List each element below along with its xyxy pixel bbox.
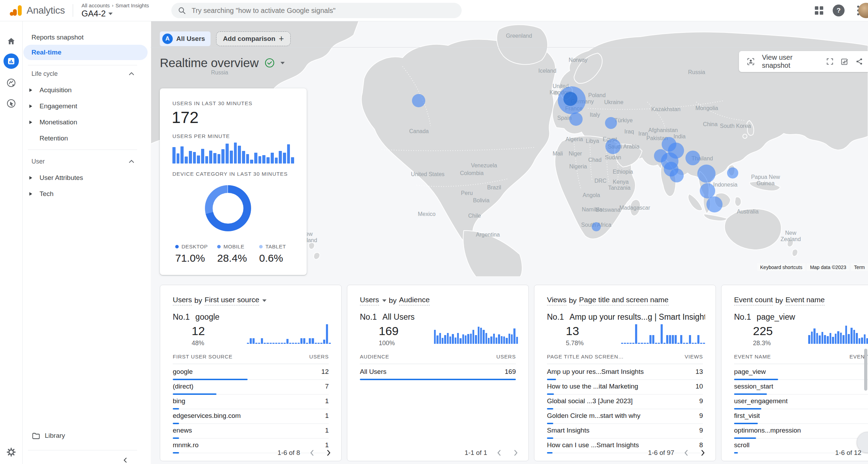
legend-label: DESKTOP: [182, 244, 208, 249]
account-selector-caret-icon[interactable]: [108, 13, 113, 15]
dimension-selector[interactable]: Event name: [785, 296, 825, 305]
help-icon: ?: [833, 5, 845, 16]
left-icon-rail: [0, 21, 23, 464]
expand-arrow-icon[interactable]: [29, 104, 32, 108]
dimension-selector[interactable]: First user source: [205, 296, 259, 305]
sidebar-item-engagement[interactable]: Engagement: [23, 99, 148, 114]
map-country-label: Russia: [211, 70, 228, 75]
chevron-left-icon: [683, 449, 690, 457]
breadcrumb-property[interactable]: Smart Insights: [115, 2, 149, 8]
nav-section-life-cycle[interactable]: Life cycle: [23, 67, 148, 81]
breadcrumb: All accounts › Smart Insights GA4-2: [81, 2, 149, 19]
row-name: page_view: [734, 368, 766, 376]
terms-link[interactable]: Term: [851, 263, 868, 271]
realtime-label: Real-time: [31, 49, 62, 56]
map-country-label: Tanzania: [608, 185, 631, 191]
segment-chip-all-users[interactable]: A All Users: [160, 31, 211, 46]
dimension-selector[interactable]: Page title and screen name: [579, 296, 669, 305]
map-user-bubble: [605, 117, 617, 129]
account-selector-label[interactable]: GA4-2: [81, 9, 106, 19]
pagination-next-button[interactable]: [699, 449, 706, 457]
pagination-count: 1-6 of 12: [835, 449, 861, 457]
column-metric-label: VIEWS: [685, 354, 703, 360]
keyboard-shortcuts-link[interactable]: Keyboard shortcuts: [757, 263, 806, 271]
report-caret-icon[interactable]: [280, 62, 285, 64]
table-header: PAGE TITLE AND SCREEN…VIEWS: [547, 354, 703, 364]
dimension-selector[interactable]: Event count: [734, 296, 773, 305]
analytics-logo[interactable]: Analytics: [9, 4, 65, 17]
sidebar-item-acquisition[interactable]: Acquisition: [23, 82, 148, 98]
view-user-snapshot-button[interactable]: View user snapshot: [762, 53, 810, 70]
collapse-sidebar-button[interactable]: [122, 457, 129, 463]
chevron-left-icon: [308, 449, 316, 457]
rail-settings-button[interactable]: [0, 444, 22, 461]
top-item-rank-label: No.1: [547, 312, 564, 321]
nav-section-user[interactable]: User: [23, 154, 148, 168]
page-title-row: Realtime overview: [160, 56, 285, 70]
column-dimension-label: PAGE TITLE AND SCREEN…: [547, 354, 624, 360]
chevron-down-icon[interactable]: [262, 299, 266, 302]
row-value: 9: [699, 427, 703, 434]
breadcrumb-separator-icon: ›: [112, 3, 113, 8]
breadcrumb-all-accounts[interactable]: All accounts: [81, 2, 110, 8]
map-country-label: Russia: [688, 69, 705, 75]
main-content: GreenlandIcelandRussiaRussiaNorwayUnited…: [151, 21, 868, 464]
expand-arrow-icon[interactable]: [29, 88, 32, 92]
nav-divider: [28, 150, 137, 150]
device-legend-desktop: DESKTOP71.0%: [175, 244, 216, 264]
map-country-label: Türkiye: [614, 117, 633, 123]
edit-chart-icon[interactable]: [841, 57, 848, 66]
dimension-selector[interactable]: Users: [360, 296, 379, 305]
sidebar-item-reports-snapshot[interactable]: Reports snapshot: [23, 30, 148, 45]
rail-explore-button[interactable]: [0, 74, 22, 91]
vertical-scrollbar[interactable]: [864, 349, 867, 391]
rail-home-button[interactable]: [0, 33, 22, 50]
sidebar-item-retention[interactable]: Retention: [23, 131, 148, 146]
pagination-prev-button: [683, 449, 690, 457]
help-button[interactable]: ?: [829, 1, 848, 20]
expand-arrow-icon[interactable]: [29, 176, 32, 180]
pagination-next-button: [512, 449, 519, 457]
map-user-bubble: [727, 167, 738, 179]
row-name: first_visit: [734, 412, 760, 420]
fullscreen-icon[interactable]: [826, 57, 834, 66]
row-name: enews: [173, 427, 192, 434]
map-country-label: Italy: [590, 112, 600, 118]
expand-arrow-icon[interactable]: [29, 121, 32, 124]
expand-arrow-icon[interactable]: [29, 192, 32, 196]
rail-advertising-button[interactable]: [0, 95, 22, 112]
nav-divider-bottom: [28, 450, 137, 450]
sidebar-item-monetisation[interactable]: Monetisation: [23, 115, 148, 130]
sidebar-item-user-attributes[interactable]: User Attributes: [23, 170, 148, 186]
dimension-selector[interactable]: Audience: [399, 296, 430, 305]
pagination: 1-1 of 1: [465, 449, 519, 457]
pagination-next-button[interactable]: [325, 449, 332, 457]
top-item-rank-label: No.1: [360, 312, 377, 321]
dimension-selector[interactable]: Views: [547, 296, 567, 305]
map-country-label: Indonesia: [713, 182, 737, 188]
chevron-down-icon[interactable]: [382, 299, 386, 302]
share-icon[interactable]: [855, 57, 863, 66]
row-name: (direct): [173, 383, 193, 390]
pagination-count: 1-6 of 8: [278, 449, 300, 457]
map-country-label: Chile: [468, 213, 481, 219]
map-data-label: Map data ©2023: [807, 263, 849, 271]
google-apps-button[interactable]: [809, 1, 829, 20]
top-item-row: No.1google: [173, 312, 331, 322]
dimension-selector[interactable]: Users: [173, 296, 192, 305]
topbar-divider: [73, 4, 73, 17]
global-search[interactable]: [171, 3, 462, 18]
map-country-label: Mongolia: [696, 105, 718, 111]
chevron-right-icon: [699, 449, 706, 457]
top-item-row: No.1All Users: [360, 312, 518, 322]
add-comparison-button[interactable]: Add comparison +: [216, 31, 291, 46]
search-input[interactable]: [191, 6, 455, 15]
sidebar-item-library[interactable]: Library: [23, 428, 148, 443]
data-quality-check-icon[interactable]: [264, 58, 275, 68]
sidebar-item-realtime[interactable]: Real-time: [23, 45, 148, 60]
sidebar-item-tech[interactable]: Tech: [23, 186, 148, 202]
rail-reports-button[interactable]: [0, 53, 22, 70]
table-row: user_engagement138: [734, 394, 868, 409]
top-item-name: Amp up your results...g | Smart Insights: [570, 312, 705, 321]
map-toolbar: View user snapshot: [739, 51, 868, 72]
